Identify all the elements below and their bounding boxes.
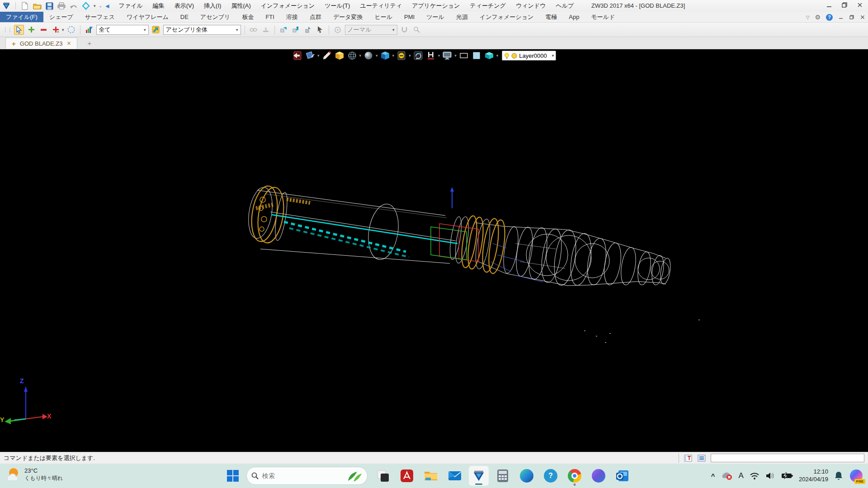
pick-dropdown-icon[interactable]: ▾ xyxy=(62,28,64,32)
tab-plus-icon[interactable]: + xyxy=(12,40,16,47)
support-app-icon[interactable]: ? xyxy=(543,469,558,483)
zoom-window-icon[interactable] xyxy=(458,50,469,61)
zw3d-app-icon[interactable] xyxy=(469,466,489,486)
color-filter-icon[interactable] xyxy=(84,25,94,35)
ribbon-tab[interactable]: 点群 xyxy=(304,12,327,22)
ribbon-tab[interactable]: サーフェス xyxy=(79,12,121,22)
ribbon-tab[interactable]: DE xyxy=(175,12,194,22)
search-settings-icon[interactable] xyxy=(412,25,422,35)
volume-icon[interactable] xyxy=(765,472,775,480)
edge-app-icon[interactable] xyxy=(519,469,534,483)
notification-bell-icon[interactable] xyxy=(834,471,843,481)
undo-icon[interactable] xyxy=(69,1,78,10)
copilot-icon[interactable]: PRE xyxy=(849,469,863,483)
ribbon-tab[interactable]: PMI xyxy=(398,12,420,22)
menu-item[interactable]: 挿入(I) xyxy=(199,0,226,12)
save-icon[interactable] xyxy=(45,1,54,10)
new-file-icon[interactable] xyxy=(20,1,29,10)
chevron-down-icon[interactable]: ▾ xyxy=(359,53,362,58)
new-tab-button[interactable]: + xyxy=(87,39,91,49)
wifi-icon[interactable] xyxy=(750,472,760,480)
snap-settings-icon[interactable] xyxy=(333,25,343,35)
ribbon-collapse-icon[interactable]: ▽ xyxy=(806,15,810,20)
doc-restore-button[interactable] xyxy=(849,14,854,20)
mail-app-icon[interactable] xyxy=(448,469,462,483)
chrome-app-icon[interactable] xyxy=(567,469,582,483)
menu-item[interactable]: 表示(V) xyxy=(170,0,199,12)
ribbon-tab[interactable]: ワイヤフレーム xyxy=(121,12,175,22)
task-view-app-icon[interactable] xyxy=(376,469,390,483)
chevron-down-icon[interactable]: ▾ xyxy=(454,53,457,58)
ribbon-tab[interactable]: 光源 xyxy=(450,12,474,22)
entity-filter-select[interactable]: 全て ▾ xyxy=(96,25,149,35)
minimize-button[interactable] xyxy=(826,2,833,8)
start-button[interactable] xyxy=(226,469,240,483)
pointer-tool-icon[interactable] xyxy=(315,25,325,35)
chevron-down-icon[interactable]: ▾ xyxy=(376,53,378,58)
link-icon[interactable] xyxy=(249,25,259,35)
layer-cube-icon[interactable] xyxy=(484,50,495,61)
open-file-icon[interactable] xyxy=(33,1,42,10)
toolbar-handle[interactable]: ⋮⋮ xyxy=(3,27,12,33)
chevron-down-icon[interactable]: ▾ xyxy=(392,53,395,58)
taskbar-search[interactable] xyxy=(246,467,368,485)
menu-item[interactable]: ティーチング xyxy=(465,0,511,12)
command-input[interactable] xyxy=(711,454,864,462)
help-icon[interactable]: ? xyxy=(826,14,833,21)
restore-button[interactable] xyxy=(841,2,848,8)
ribbon-tab[interactable]: アセンブリ xyxy=(194,12,236,22)
back-arrow-icon[interactable]: ◀ xyxy=(105,3,109,9)
qat-overflow-icon[interactable]: ⌄ xyxy=(99,4,103,8)
document-tab[interactable]: + GOD BLADE.Z3 ✕ xyxy=(5,38,77,49)
menu-item[interactable]: インフォメーション xyxy=(256,0,320,12)
m365-app-icon[interactable] xyxy=(591,469,606,483)
acrobat-app-icon[interactable] xyxy=(400,469,414,483)
onedrive-error-icon[interactable] xyxy=(721,471,733,480)
erase-pen-icon[interactable] xyxy=(321,50,332,61)
history-list-icon[interactable] xyxy=(697,454,706,462)
chevron-down-icon[interactable]: ▾ xyxy=(409,53,411,58)
ribbon-tab[interactable]: シェープ xyxy=(43,12,79,22)
rotate-view-icon[interactable] xyxy=(413,50,424,61)
viewport-3d[interactable]: ▾ ▾ ▾ ▾ ▾ xyxy=(0,49,868,452)
ribbon-tab[interactable]: 溶接 xyxy=(280,12,304,22)
ribbon-tab[interactable]: データ変換 xyxy=(327,12,369,22)
menu-item[interactable]: 属性(A) xyxy=(226,0,255,12)
menu-item[interactable]: ヘルプ xyxy=(551,0,579,12)
regen-dropdown-icon[interactable]: ▾ xyxy=(94,4,96,8)
ribbon-tab[interactable]: ヒール xyxy=(369,12,399,22)
clock-widget[interactable]: 12:10 2024/04/19 xyxy=(799,468,828,483)
weather-widget[interactable]: 23°C くもり時々晴れ xyxy=(5,466,63,483)
view-plane-icon[interactable] xyxy=(305,50,316,61)
move-entity-icon[interactable] xyxy=(303,25,313,35)
chevron-down-icon[interactable]: ▾ xyxy=(317,53,320,58)
file-explorer-app-icon[interactable] xyxy=(424,469,438,483)
shaded-mode-icon[interactable] xyxy=(363,50,374,61)
ribbon-tab[interactable]: インフォメーション xyxy=(474,12,539,22)
doc-close-button[interactable] xyxy=(860,14,865,20)
exit-icon[interactable] xyxy=(292,50,303,61)
outlook-app-icon[interactable] xyxy=(615,469,630,483)
ribbon-tab[interactable]: 板金 xyxy=(236,12,259,22)
tray-chevron-up-icon[interactable]: ^ xyxy=(711,472,715,480)
unfold-face-icon[interactable] xyxy=(334,50,345,61)
magnet-icon[interactable] xyxy=(400,25,410,35)
display-monitor-icon[interactable] xyxy=(442,50,453,61)
datum-plane-icon[interactable] xyxy=(471,50,482,61)
ime-mode-indicator[interactable]: A xyxy=(739,471,744,480)
ribbon-tab[interactable]: 電極 xyxy=(539,12,563,22)
select-tool-icon[interactable] xyxy=(14,25,24,35)
pick-add-icon[interactable] xyxy=(51,25,61,35)
stamp-icon[interactable] xyxy=(261,25,271,35)
calculator-app-icon[interactable] xyxy=(495,469,510,483)
menu-item[interactable]: ファイル xyxy=(114,0,148,12)
pick-scope-select[interactable]: アセンブリ全体 ▾ xyxy=(163,25,241,35)
search-input[interactable] xyxy=(262,472,330,479)
settings-gear-icon[interactable]: ⚙ xyxy=(815,14,821,21)
add-selection-icon[interactable] xyxy=(26,25,36,35)
menu-item[interactable]: アプリケーション xyxy=(407,0,465,12)
menu-item[interactable]: ユーティリティ xyxy=(355,0,407,12)
copy-entity-icon[interactable] xyxy=(278,25,288,35)
ribbon-tab[interactable]: ツール xyxy=(420,12,450,22)
section-view-icon[interactable] xyxy=(425,50,436,61)
